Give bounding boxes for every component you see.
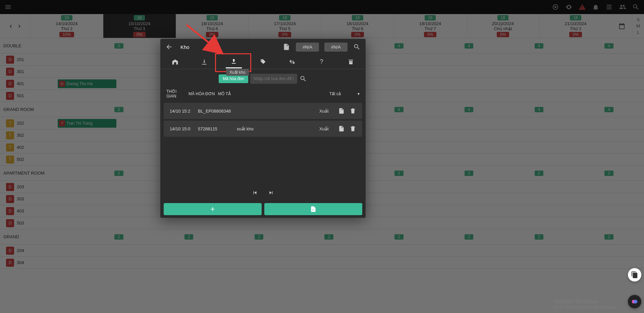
tab-tooltip: Xuất kho <box>226 69 249 76</box>
tab-help[interactable]: ? <box>314 56 330 68</box>
tab-export[interactable] <box>226 56 242 68</box>
row-doc-icon[interactable] <box>338 108 345 114</box>
header-desc: MÔ TẢ <box>218 91 327 96</box>
import-file-button[interactable] <box>264 203 362 215</box>
tab-import[interactable] <box>196 56 212 68</box>
row-time: 14/10 15:0 <box>170 126 196 131</box>
modal-search-icon[interactable] <box>353 43 361 51</box>
row-desc: xuất kho <box>237 126 317 131</box>
tab-tag[interactable] <box>255 56 271 68</box>
float-brain-button[interactable] <box>628 295 641 308</box>
document-icon[interactable] <box>282 43 290 51</box>
header-invoice: MÃ HÓA ĐƠN <box>189 91 216 96</box>
status-chip-1[interactable]: #N/A <box>296 43 319 52</box>
row-time: 14/10 15:2 <box>170 109 196 114</box>
back-icon[interactable] <box>165 43 173 51</box>
header-time: THỜI GIAN <box>166 89 186 99</box>
tab-warehouse[interactable] <box>167 56 183 68</box>
list-row[interactable]: 14/10 15:0 57288115 xuất kho Xuất <box>164 121 362 137</box>
filter-input[interactable] <box>250 74 297 84</box>
list-row[interactable]: 14/10 15:2 BL_EP08806348 Xuất <box>164 103 362 119</box>
tab-archive[interactable] <box>343 56 359 68</box>
row-status: Xuất <box>319 126 336 131</box>
pager-first[interactable] <box>252 190 258 197</box>
windows-watermark: Activate Windows Go to Settings to activ… <box>554 298 617 310</box>
filter-search-icon[interactable] <box>299 75 307 83</box>
row-doc-icon[interactable] <box>338 125 345 132</box>
warehouse-modal: Kho #N/A #N/A ? Xuất kho Mã hóa đơn THỜI… <box>160 39 366 218</box>
svg-point-4 <box>634 300 637 304</box>
row-status: Xuất <box>319 109 336 114</box>
row-invoice: 57288115 <box>198 126 235 131</box>
tab-transfer[interactable] <box>284 56 300 68</box>
row-delete-icon[interactable] <box>350 108 356 114</box>
add-button[interactable] <box>164 203 262 215</box>
float-copy-button[interactable] <box>628 268 641 281</box>
pager-last[interactable] <box>268 190 274 197</box>
modal-title: Kho <box>180 44 277 50</box>
filter-dropdown[interactable]: Tất cả▾ <box>329 91 360 96</box>
row-delete-icon[interactable] <box>350 125 356 132</box>
status-chip-2[interactable]: #N/A <box>324 43 347 52</box>
row-invoice: BL_EP08806348 <box>198 109 235 114</box>
